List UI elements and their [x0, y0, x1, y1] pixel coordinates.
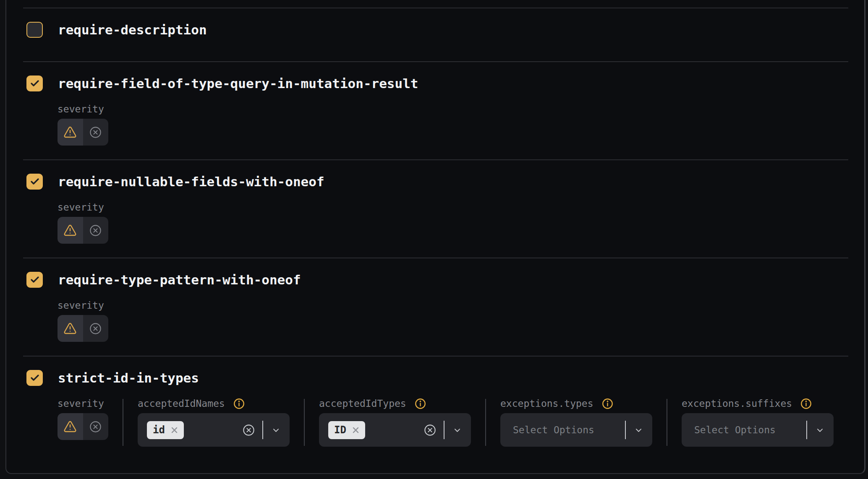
rule-checkbox-require-nullable-fields-with-oneof[interactable]: [26, 174, 43, 190]
rule-header: strict-id-in-types: [26, 370, 848, 386]
x-icon: [352, 426, 360, 434]
tag-text: ID: [334, 424, 346, 436]
selected-tag: id: [147, 421, 184, 439]
rule-name: require-nullable-fields-with-oneof: [58, 174, 324, 189]
clear-selection-button[interactable]: [424, 424, 437, 437]
rule-checkbox-require-field-of-type-query-in-mutation-result[interactable]: [26, 75, 43, 91]
rule-config: severity: [58, 203, 848, 244]
chevron-down-icon: [635, 426, 643, 434]
multiselect-acceptedIdTypes[interactable]: ID: [319, 413, 471, 447]
severity-toggle-group: [58, 413, 108, 440]
severity-option-off[interactable]: [83, 217, 109, 244]
open-dropdown-button[interactable]: [453, 426, 461, 434]
info-button[interactable]: [602, 398, 613, 409]
chevron-down-icon: [816, 426, 824, 434]
select-divider: [444, 421, 444, 439]
remove-tag-button[interactable]: [170, 426, 178, 434]
clear-icon: [424, 424, 437, 437]
severity-option-off[interactable]: [83, 413, 109, 440]
severity-option-warn[interactable]: [58, 315, 83, 342]
severity-option-off[interactable]: [83, 315, 109, 342]
rule-row-require-nullable-fields-with-oneof: require-nullable-fields-with-oneofseveri…: [23, 159, 848, 258]
option-label-text: exceptions.types: [500, 398, 593, 409]
rule-checkbox-require-description[interactable]: [26, 22, 43, 38]
warning-icon: [63, 322, 77, 335]
option-field-acceptedIdTypes: acceptedIdTypesID: [319, 399, 471, 447]
rule-row-require-field-of-type-query-in-mutation-result: require-field-of-type-query-in-mutation-…: [23, 61, 848, 159]
info-icon: [602, 398, 613, 409]
x-icon: [170, 426, 178, 434]
select-divider: [806, 421, 807, 439]
severity-toggle-group: [58, 315, 108, 342]
info-icon: [233, 398, 245, 409]
check-icon: [30, 177, 40, 187]
off-icon: [89, 322, 102, 335]
rule-name: require-description: [58, 22, 207, 37]
warning-icon: [63, 420, 77, 433]
option-label-text: acceptedIdNames: [138, 398, 225, 409]
info-icon: [415, 398, 426, 409]
clear-icon: [242, 424, 255, 437]
rule-name: strict-id-in-types: [58, 370, 199, 385]
severity-label: severity: [58, 104, 108, 114]
select-divider: [262, 421, 263, 439]
multiselect-exceptions.types[interactable]: Select Options: [500, 413, 652, 447]
open-dropdown-button[interactable]: [635, 426, 643, 434]
option-field-exceptions.suffixes: exceptions.suffixesSelect Options: [682, 399, 834, 447]
severity-option-warn[interactable]: [58, 119, 83, 146]
selected-tag: ID: [328, 421, 365, 439]
select-placeholder: Select Options: [694, 424, 776, 435]
open-dropdown-button[interactable]: [272, 426, 280, 434]
rule-header: require-description: [26, 22, 848, 38]
severity-label: severity: [58, 203, 108, 212]
multiselect-acceptedIdNames[interactable]: id: [138, 413, 290, 447]
rules-card: require-descriptionrequire-field-of-type…: [5, 0, 865, 474]
severity-option-off[interactable]: [83, 119, 109, 146]
rule-header: require-field-of-type-query-in-mutation-…: [26, 75, 848, 91]
check-icon: [30, 373, 40, 383]
rule-header: require-nullable-fields-with-oneof: [26, 174, 848, 190]
rule-row-strict-id-in-types: strict-id-in-typesseverityacceptedIdName…: [23, 356, 848, 475]
rule-config: severityacceptedIdNamesidacceptedIdTypes…: [58, 399, 848, 447]
severity-toggle-group: [58, 217, 108, 244]
warning-icon: [63, 125, 77, 139]
rules-list: require-descriptionrequire-field-of-type…: [23, 8, 848, 475]
warning-icon: [63, 224, 77, 237]
select-divider: [625, 421, 626, 439]
rule-checkbox-strict-id-in-types[interactable]: [26, 370, 43, 386]
multiselect-exceptions.suffixes[interactable]: Select Options: [682, 413, 834, 447]
severity-option-warn[interactable]: [58, 217, 83, 244]
clear-selection-button[interactable]: [242, 424, 255, 437]
option-label: acceptedIdNames: [138, 399, 290, 408]
remove-tag-button[interactable]: [352, 426, 360, 434]
info-button[interactable]: [415, 398, 426, 409]
off-icon: [89, 420, 102, 433]
severity-option-warn[interactable]: [58, 413, 83, 440]
rule-row-require-description: require-description: [23, 8, 848, 61]
select-placeholder: Select Options: [513, 424, 594, 435]
option-field-exceptions.types: exceptions.typesSelect Options: [500, 399, 652, 447]
rule-checkbox-require-type-pattern-with-oneof[interactable]: [26, 272, 43, 288]
rule-row-require-type-pattern-with-oneof: require-type-pattern-with-oneofseverity: [23, 258, 848, 356]
chevron-down-icon: [453, 426, 461, 434]
rule-name: require-type-pattern-with-oneof: [58, 272, 301, 287]
option-field-acceptedIdNames: acceptedIdNamesid: [138, 399, 290, 447]
severity-field: severity: [58, 104, 108, 146]
rule-name: require-field-of-type-query-in-mutation-…: [58, 76, 418, 91]
check-icon: [30, 78, 40, 89]
info-button[interactable]: [800, 398, 812, 409]
info-icon: [800, 398, 812, 409]
severity-toggle-group: [58, 119, 108, 146]
column-divider: [123, 399, 123, 446]
chevron-down-icon: [272, 426, 280, 434]
severity-field: severity: [58, 399, 108, 440]
option-label: exceptions.types: [500, 399, 652, 408]
severity-field: severity: [58, 203, 108, 244]
column-divider: [667, 399, 667, 446]
off-icon: [89, 126, 102, 139]
info-button[interactable]: [233, 398, 245, 409]
open-dropdown-button[interactable]: [816, 426, 824, 434]
check-icon: [30, 275, 40, 285]
tag-text: id: [153, 424, 165, 436]
severity-label: severity: [58, 399, 108, 408]
